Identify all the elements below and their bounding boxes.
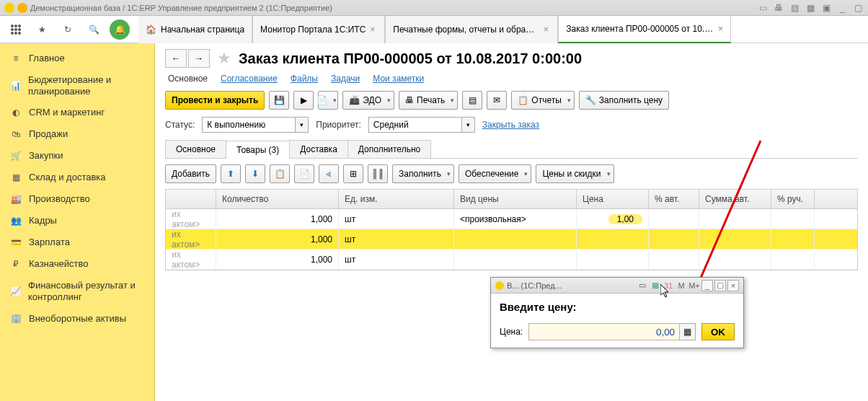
sidebar-item-purchase[interactable]: 🛒Закупки	[0, 145, 154, 167]
supply-button[interactable]: Обеспечение▾	[459, 164, 531, 183]
sidebar-item-warehouse[interactable]: ▦Склад и доставка	[0, 167, 154, 188]
sidebar-item-main[interactable]: ≡Главное	[0, 48, 154, 69]
m-icon[interactable]: M	[676, 280, 687, 291]
tab-print-forms[interactable]: Печатные формы, отчеты и обработки×	[385, 16, 558, 43]
link-approve[interactable]: Согласование	[221, 74, 278, 84]
link-notes[interactable]: Мои заметки	[373, 74, 424, 84]
search-icon[interactable]: 🔍	[84, 19, 104, 40]
move-up-button[interactable]: ⬆	[221, 164, 241, 183]
col-qty[interactable]: Количество	[216, 190, 339, 208]
wallet-icon: 💳	[10, 237, 22, 248]
table-row[interactable]: их актом> 1,000 шт	[166, 229, 857, 250]
reports-button[interactable]: 📋 Отчеты▾	[511, 91, 574, 110]
sidebar-item-fin-result[interactable]: 📈Финансовый результат и контроллинг	[0, 275, 154, 307]
doc-icon[interactable]: ▤	[789, 3, 800, 13]
calculator-icon[interactable]: ▦	[680, 323, 696, 340]
close-icon[interactable]: ×	[727, 280, 739, 291]
priority-combo[interactable]: ▾	[368, 117, 475, 133]
post-and-close-button[interactable]: Провести и закрыть	[165, 91, 265, 110]
star-icon[interactable]: ★	[32, 19, 52, 40]
link-files[interactable]: Файлы	[291, 74, 318, 84]
dialog-titlebar[interactable]: В... (1С:Пред... ▭ ▦ 31 M M+ _ ▢ ×	[491, 278, 743, 294]
barcode-button[interactable]: ║║	[368, 164, 388, 183]
minimize-icon[interactable]: _	[836, 3, 848, 13]
ok-button[interactable]: OK	[701, 323, 735, 340]
print-icon[interactable]: 🖶	[773, 3, 784, 13]
status-combo[interactable]: ▾	[202, 117, 309, 133]
col-name[interactable]	[166, 190, 216, 208]
close-icon[interactable]: ×	[544, 25, 550, 35]
link-main[interactable]: Основное	[168, 74, 208, 84]
subtab-delivery[interactable]: Доставка	[289, 140, 348, 158]
col-pauto[interactable]: % авт.	[649, 190, 699, 208]
maximize-icon[interactable]: ▢	[852, 3, 864, 13]
favorite-icon[interactable]: ★	[217, 49, 231, 68]
link-tasks[interactable]: Задачи	[331, 74, 360, 84]
sidebar-item-salary[interactable]: 💳Зарплата	[0, 232, 154, 253]
sidebar-item-production[interactable]: 🏭Производство	[0, 188, 154, 210]
add-row-button[interactable]: Добавить	[165, 164, 216, 183]
table-row[interactable]: их актом> 1,000 шт	[166, 250, 857, 270]
nav-back-button[interactable]: ←	[165, 49, 187, 68]
tab-icon[interactable]: ▭	[637, 280, 648, 291]
post-button[interactable]: ▶	[293, 91, 314, 110]
col-sauto[interactable]: Сумма авт.	[699, 190, 771, 208]
sidebar-item-budgeting[interactable]: 📊Бюджетирование и планирование	[0, 69, 154, 102]
close-order-link[interactable]: Закрыть заказ	[482, 120, 539, 130]
logo-1c-icon	[495, 281, 504, 290]
price-input[interactable]	[528, 323, 680, 340]
status-input[interactable]	[202, 117, 296, 133]
move-down-button[interactable]: ⬇	[245, 164, 265, 183]
pie-icon: ◐	[10, 107, 22, 118]
tab-its-monitor[interactable]: Монитор Портала 1С:ИТС×	[252, 16, 385, 43]
m-plus-icon[interactable]: M+	[688, 280, 700, 291]
col-price[interactable]: Цена	[577, 190, 649, 208]
chevron-down-icon[interactable]: ▾	[296, 117, 309, 133]
calc-icon[interactable]: ▦	[805, 3, 816, 13]
subtab-main[interactable]: Основное	[165, 140, 226, 158]
paste-button[interactable]: 📄	[294, 164, 314, 183]
split-button[interactable]: ⊞	[343, 164, 363, 183]
sidebar-item-treasury[interactable]: ₽Казначейство	[0, 253, 154, 275]
close-icon[interactable]: ×	[370, 25, 377, 35]
doc-button[interactable]: ▤	[462, 91, 482, 110]
calendar-icon[interactable]: ▦	[650, 280, 661, 291]
chevron-down-icon[interactable]: ▾	[462, 117, 475, 133]
svg-point-1	[14, 25, 17, 27]
table-row[interactable]: их актом> 1,000 шт <произвольная> 1,00	[166, 209, 857, 229]
calendar-icon[interactable]: ▣	[820, 3, 832, 13]
sidebar-item-crm[interactable]: ◐CRM и маркетинг	[0, 102, 154, 123]
history-icon[interactable]: ↻	[58, 19, 78, 40]
nav-forward-button[interactable]: →	[188, 49, 210, 68]
save-button[interactable]: 💾	[269, 91, 289, 110]
prices-button[interactable]: Цены и скидки▾	[536, 164, 614, 183]
create-based-on-button[interactable]: 📄▾	[318, 91, 338, 110]
apps-icon[interactable]	[6, 19, 26, 40]
bell-icon[interactable]: 🔔	[110, 19, 130, 40]
edo-button[interactable]: 📠 ЭДО▾	[342, 91, 394, 110]
share-button[interactable]: ⪡	[319, 164, 339, 183]
svg-point-5	[18, 28, 21, 31]
mail-button[interactable]: ✉	[487, 91, 507, 110]
tab-home[interactable]: 🏠 Начальная страница	[138, 16, 252, 43]
col-price-type[interactable]: Вид цены	[454, 190, 577, 208]
save-icon[interactable]: ▭	[757, 3, 769, 13]
tab-order[interactable]: Заказ клиента ПР00-000005 от 10.08.2017 …	[558, 16, 731, 43]
subtab-extra[interactable]: Дополнительно	[347, 140, 431, 158]
priority-input[interactable]	[368, 117, 462, 133]
fill-button[interactable]: Заполнить▾	[392, 164, 454, 183]
close-icon[interactable]: ×	[718, 24, 723, 34]
sidebar-item-assets[interactable]: 🏢Внеоборотные активы	[0, 307, 154, 329]
nav-down-icon[interactable]	[17, 3, 27, 13]
subtab-goods[interactable]: Товары (3)	[226, 141, 290, 159]
col-pman[interactable]: % руч.	[771, 190, 815, 208]
col-unit[interactable]: Ед. изм.	[339, 190, 454, 208]
date-icon[interactable]: 31	[663, 280, 674, 291]
minimize-icon[interactable]: _	[701, 280, 713, 291]
sidebar-item-hr[interactable]: 👥Кадры	[0, 210, 154, 232]
maximize-icon[interactable]: ▢	[714, 280, 726, 291]
sidebar-item-sales[interactable]: 🛍Продажи	[0, 123, 154, 145]
fill-price-button[interactable]: 🔧 Заполнить цену	[579, 91, 669, 110]
print-button[interactable]: 🖶 Печать▾	[399, 91, 458, 110]
copy-button[interactable]: 📋	[270, 164, 290, 183]
